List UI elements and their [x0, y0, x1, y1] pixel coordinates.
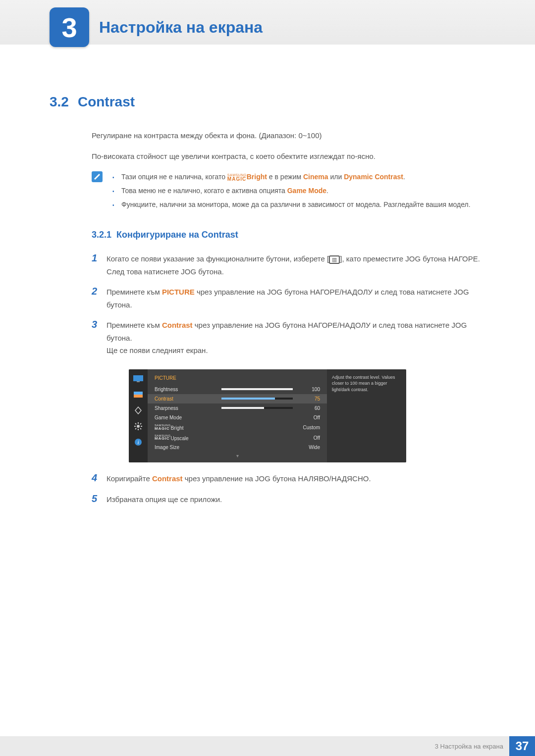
- svg-line-11: [140, 423, 141, 424]
- steps-list-cont: 4 Коригирайте Contrast чрез управление н…: [92, 472, 485, 505]
- chapter-header: 3 Настройка на екрана: [0, 0, 535, 45]
- svg-rect-0: [133, 375, 143, 381]
- osd-title: PICTURE: [148, 373, 327, 385]
- osd-row-magicbright: SAMSUNGMAGICBright Custom: [148, 422, 327, 433]
- page-number: 37: [509, 736, 535, 756]
- step-number: 4: [92, 472, 107, 485]
- step-text: Коригирайте Contrast чрез управление на …: [107, 472, 485, 485]
- chapter-title: Настройка на екрана: [99, 18, 263, 37]
- osd-row-gamemode: Game Mode Off: [148, 413, 327, 422]
- section-title: Contrast: [78, 94, 135, 109]
- svg-point-4: [137, 425, 140, 428]
- step-text: Избраната опция ще се приложи.: [107, 493, 485, 506]
- svg-line-10: [140, 428, 141, 429]
- note-block: Тази опция не е налична, когато SAMSUNGM…: [92, 171, 485, 212]
- subsection-heading: 3.2.1 Конфигуриране на Contrast: [92, 230, 485, 240]
- section-heading: 3.2Contrast: [50, 94, 485, 110]
- chapter-number-badge: 3: [50, 7, 89, 47]
- step-text: Когато се появи указание за функционални…: [107, 252, 485, 278]
- step-text: Преминете към Contrast чрез управление н…: [107, 319, 485, 357]
- note-item-1: Тази опция не е налична, когато SAMSUNGM…: [111, 171, 485, 183]
- svg-rect-2: [134, 392, 143, 395]
- steps-list: 1 Когато се появи указание за функционал…: [92, 252, 485, 357]
- osd-main: PICTURE Brightness 100 Contrast 75 Sharp…: [148, 369, 327, 463]
- osd-value: Off: [293, 435, 320, 441]
- osd-row-sharpness: Sharpness 60: [148, 403, 327, 413]
- step-number: 5: [92, 493, 107, 506]
- osd-row-brightness: Brightness 100: [148, 385, 327, 394]
- step-number: 2: [92, 286, 107, 311]
- osd-value: 100: [293, 387, 320, 392]
- osd-sidebar: i: [129, 369, 148, 463]
- osd-screenshot: i PICTURE Brightness 100 Contrast 75: [50, 369, 485, 463]
- svg-line-12: [135, 428, 136, 429]
- osd-tab-picture-icon: [133, 374, 144, 383]
- osd-row-magicupscale: SAMSUNGMAGICUpscale Off: [148, 433, 327, 443]
- subsection-title: Конфигуриране на Contrast: [116, 230, 238, 240]
- step-text: Преминете към PICTURE чрез управление на…: [107, 286, 485, 311]
- osd-tab-color-icon: [133, 390, 144, 399]
- osd-label: Image Size: [155, 445, 221, 450]
- intro-paragraph-2: По-високата стойност ще увеличи контраст…: [92, 151, 485, 162]
- svg-rect-1: [137, 381, 140, 382]
- osd-value: 75: [293, 396, 320, 402]
- subsection-number: 3.2.1: [92, 230, 111, 240]
- osd-tab-settings-icon: [133, 422, 144, 431]
- osd-label: Brightness: [155, 387, 221, 392]
- step-5: 5 Избраната опция ще се приложи.: [92, 493, 485, 506]
- osd-slider: [221, 388, 293, 390]
- osd-tab-size-icon: [133, 406, 144, 415]
- osd-info-panel: Adjust the contrast level. Values closer…: [327, 369, 406, 463]
- osd-slider: [221, 407, 293, 409]
- page-footer: 3 Настройка на екрана 37: [0, 736, 535, 756]
- chapter-number: 3: [61, 11, 77, 44]
- menu-icon: ▥: [329, 255, 340, 264]
- osd-panel: i PICTURE Brightness 100 Contrast 75: [129, 369, 406, 463]
- osd-value: Custom: [293, 425, 320, 430]
- osd-label: Sharpness: [155, 405, 221, 411]
- page: 3 Настройка на екрана 3.2Contrast Регули…: [0, 0, 535, 756]
- osd-tab-info-icon: i: [133, 438, 144, 447]
- footer-chapter-label: 3 Настройка на екрана: [435, 743, 503, 750]
- osd-value: Wide: [293, 445, 320, 450]
- step-2: 2 Преминете към PICTURE чрез управление …: [92, 286, 485, 311]
- section-number: 3.2: [50, 94, 69, 109]
- osd-value: Off: [293, 415, 320, 420]
- osd-label: SAMSUNGMAGICBright: [155, 424, 221, 431]
- step-1: 1 Когато се появи указание за функционал…: [92, 252, 485, 278]
- intro-paragraph-1: Регулиране на контраста между обекта и ф…: [92, 130, 485, 142]
- osd-label: Contrast: [155, 396, 221, 402]
- osd-row-imagesize: Image Size Wide: [148, 443, 327, 452]
- osd-value: 60: [293, 405, 320, 411]
- svg-line-9: [135, 423, 136, 424]
- osd-slider: [221, 398, 293, 400]
- note-list: Тази опция не е налична, когато SAMSUNGM…: [111, 171, 485, 212]
- magic-bright-inline: SAMSUNGMAGIC: [227, 174, 247, 181]
- note-item-3: Функциите, налични за монитора, може да …: [111, 199, 485, 211]
- content: 3.2Contrast Регулиране на контраста межд…: [0, 45, 535, 505]
- note-icon: [92, 171, 103, 182]
- note-item-2: Това меню не е налично, когато е активна…: [111, 185, 485, 197]
- svg-text:i: i: [137, 439, 139, 445]
- osd-label: Game Mode: [155, 415, 221, 420]
- osd-label: SAMSUNGMAGICUpscale: [155, 435, 221, 441]
- osd-row-contrast: Contrast 75: [148, 394, 327, 403]
- step-number: 3: [92, 319, 107, 357]
- step-number: 1: [92, 252, 107, 278]
- step-3: 3 Преминете към Contrast чрез управление…: [92, 319, 485, 357]
- osd-scroll-down-icon: ▾: [148, 453, 327, 458]
- svg-rect-3: [134, 395, 143, 398]
- step-4: 4 Коригирайте Contrast чрез управление н…: [92, 472, 485, 485]
